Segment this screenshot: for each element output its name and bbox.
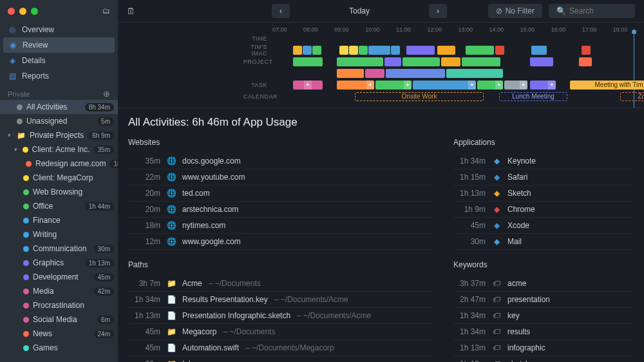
- tag-icon: 🏷: [492, 343, 501, 352]
- color-dot-icon: [23, 232, 29, 238]
- nav-label: Details: [22, 56, 46, 65]
- filter-button[interactable]: ⊘ No Filter: [488, 4, 542, 18]
- tree-item[interactable]: Unassigned5m: [0, 114, 118, 128]
- list-item[interactable]: 20m🌐ted.com: [128, 186, 434, 202]
- nav-review[interactable]: ◉ Review: [3, 37, 115, 53]
- list-item[interactable]: 22m🌐www.youtube.com: [128, 169, 434, 186]
- list-item[interactable]: 1h 34m🏷key: [453, 308, 634, 324]
- tree-item[interactable]: Web Browsing: [0, 185, 118, 199]
- tree-item[interactable]: Social Media6m: [0, 312, 118, 327]
- search-input[interactable]: [569, 6, 627, 15]
- list-item[interactable]: 18m🌐nytimes.com: [128, 218, 434, 234]
- globe-icon: 🌐: [167, 173, 176, 182]
- search-box[interactable]: 🔍: [549, 4, 635, 18]
- list-item[interactable]: 1h 34m◆Keynote: [453, 153, 634, 169]
- color-dot-icon: [26, 161, 32, 167]
- timeline: 07:0008:0009:0010:0011:0012:0013:0014:00…: [118, 23, 644, 108]
- nav-reports[interactable]: ▤ Reports: [0, 68, 118, 84]
- col-header: Keywords: [453, 260, 634, 269]
- folder-icon[interactable]: 🗂: [102, 6, 110, 15]
- maximize-window-icon[interactable]: [31, 8, 38, 15]
- tree-item[interactable]: Writing: [0, 227, 118, 242]
- tree-item[interactable]: Procrastination: [0, 298, 118, 312]
- nav-details[interactable]: ◈ Details: [0, 53, 118, 68]
- keyword: acme: [507, 279, 526, 288]
- timeline-project-track-2[interactable]: [272, 68, 638, 79]
- tree-item[interactable]: Development45m: [0, 270, 118, 284]
- list-item[interactable]: 1h 15m◆Safari: [453, 169, 634, 186]
- app-name: Safari: [507, 173, 527, 182]
- list-item[interactable]: 45m◆Xcode: [453, 218, 634, 234]
- close-window-icon[interactable]: [8, 8, 15, 15]
- app-icon: ◆: [492, 173, 501, 182]
- duration-badge: 8h 34m: [85, 103, 114, 111]
- timeline-device-track[interactable]: [272, 45, 638, 55]
- nav-overview[interactable]: ◎ Overview: [0, 22, 118, 37]
- list-item[interactable]: 30m📁Inbox: [128, 356, 434, 362]
- list-item[interactable]: 20m🌐arstechnica.com: [128, 202, 434, 218]
- toolbar: 🗓 ‹ Today › ⊘ No Filter 🔍: [118, 0, 644, 23]
- minimize-window-icon[interactable]: [19, 8, 26, 15]
- list-item[interactable]: 1h 34m🏷results: [453, 324, 634, 340]
- path-suffix: – ~/Documents: [223, 327, 275, 336]
- website-name: docs.google.com: [182, 157, 241, 166]
- tree-item[interactable]: Communication30m: [0, 242, 118, 256]
- globe-icon: 🌐: [167, 237, 176, 246]
- date-label[interactable]: Today: [298, 4, 421, 18]
- tree-item[interactable]: ▾Client: Acme Inc.35m: [0, 142, 118, 157]
- tree-item[interactable]: All Activities8h 34m: [0, 100, 118, 114]
- tree-item[interactable]: ▾📁Private Projects6h 9m: [0, 128, 118, 142]
- list-item[interactable]: 1h 13m◆Sketch: [453, 186, 634, 202]
- app-icon: ◆: [492, 237, 501, 246]
- tree-label: Games: [33, 343, 58, 352]
- duration-badge: 5m: [97, 117, 114, 126]
- list-item[interactable]: 30m◆Mail: [453, 234, 634, 250]
- duration: 1h 13m: [456, 343, 486, 352]
- duration: 1h 9m: [456, 205, 486, 214]
- timeline-hour: 09:00: [334, 26, 365, 33]
- tree-item[interactable]: Client: MegaCorp: [0, 171, 118, 185]
- prev-day-button[interactable]: ‹: [272, 4, 290, 18]
- list-item[interactable]: 3h 37m🏷acme: [453, 276, 634, 292]
- tree-label: Social Media: [33, 315, 77, 324]
- timeline-task-track[interactable]: + + + + + + + Meeting with Tim + + +: [272, 80, 638, 90]
- app-icon: ◆: [492, 205, 501, 214]
- timeline-hour: 14:00: [489, 26, 520, 33]
- list-item[interactable]: 45m📄Automation.swift – ~/Documents/Megac…: [128, 340, 434, 356]
- tree-item[interactable]: Finance: [0, 213, 118, 227]
- timeline-project-track[interactable]: [272, 57, 638, 67]
- list-item[interactable]: 1h 13m📄Presentation Infographic.sketch –…: [128, 308, 434, 324]
- keyword: infographic: [507, 343, 545, 352]
- calendar-icon[interactable]: 🗓: [127, 6, 135, 16]
- next-day-button[interactable]: ›: [429, 4, 447, 18]
- list-item[interactable]: 35m🌐docs.google.com: [128, 153, 434, 169]
- timeline-calendar-track[interactable]: Onsite Work Lunch Meeting Zoom Call: Acm…: [272, 91, 638, 102]
- list-item[interactable]: 1h 13m🏷sketch: [453, 356, 634, 362]
- list-item[interactable]: 1h 9m◆Chrome: [453, 202, 634, 218]
- tree-label: Web Browsing: [33, 187, 82, 196]
- duration: 20m: [131, 189, 160, 198]
- list-item[interactable]: 12m🌐www.google.com: [128, 234, 434, 250]
- tree-item[interactable]: Redesign acme.com10m: [0, 157, 118, 171]
- tree-item[interactable]: Graphics1h 13m: [0, 256, 118, 270]
- list-item[interactable]: 2h 47m🏷presentation: [453, 292, 634, 308]
- tree-item[interactable]: Office1h 44m: [0, 199, 118, 213]
- duration-badge: 30m: [94, 245, 114, 253]
- tree-item[interactable]: Media42m: [0, 284, 118, 298]
- duration-badge: 1h 13m: [85, 259, 114, 267]
- duration-badge: 35m: [94, 146, 114, 154]
- sidebar: 🗂 ◎ Overview ◉ Review ◈ Details ▤ Report…: [0, 0, 118, 362]
- list-item[interactable]: 1h 13m🏷infographic: [453, 340, 634, 356]
- color-dot-icon: [17, 119, 23, 124]
- content: All Activities: 6h 46m of App Usage Webs…: [118, 108, 644, 362]
- keyword: presentation: [507, 295, 550, 304]
- tree-item[interactable]: News24m: [0, 327, 118, 341]
- list-item[interactable]: 45m📁Megacorp – ~/Documents: [128, 324, 434, 340]
- app-name: Xcode: [507, 221, 529, 230]
- add-private-icon[interactable]: ⊕: [103, 89, 110, 99]
- color-dot-icon: [23, 317, 29, 323]
- file-icon: 📄: [167, 343, 176, 352]
- tree-item[interactable]: Games: [0, 341, 118, 355]
- list-item[interactable]: 1h 34m📄Results Presentation.key – ~/Docu…: [128, 292, 434, 308]
- list-item[interactable]: 3h 7m📁Acme – ~/Documents: [128, 276, 434, 292]
